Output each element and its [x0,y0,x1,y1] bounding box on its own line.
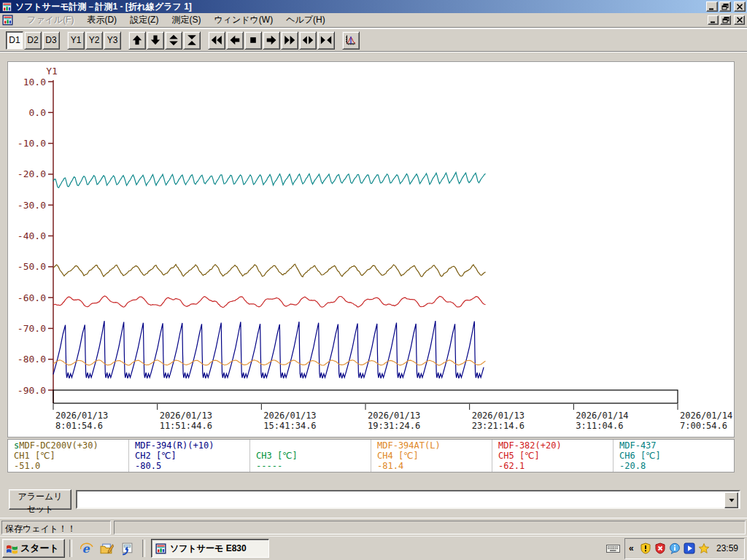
x-tick-time: 7:00:54.6 [680,421,727,431]
taskbar-app-label: ソフトサーモ E830 [170,542,247,555]
collapse-chevron-icon[interactable]: « [629,543,638,553]
star-icon[interactable] [698,542,711,555]
toolbar-scroll-down-button[interactable] [147,31,164,50]
toolbar-step-forward-button[interactable] [263,31,280,50]
status-panel-secondary [114,521,746,534]
channel-value: -20.8 [619,461,734,471]
series-CH2-line [53,321,484,378]
system-tray: «23:59 [606,538,745,559]
double-left-icon [211,34,222,46]
taskbar-clock: 23:59 [713,543,740,553]
play-badge-icon[interactable] [684,542,696,555]
toolbar-y2-button[interactable]: Y2 [85,31,103,50]
toolbar-step-back-button[interactable] [226,31,244,50]
y-tick-label: -90.0 [18,385,46,396]
menu-item-4[interactable]: ウィンドウ(W) [207,12,279,28]
toolbar-y3-button[interactable]: Y3 [104,31,121,50]
toolbar-graph-settings-button[interactable] [342,31,360,50]
security-error-shield-icon[interactable] [654,542,667,555]
arrow-down-icon [150,34,161,46]
channel-legend: sMDF-DC200V(+30)CH1 [℃]-51.0MDF-394(R)(+… [7,439,735,472]
legend-cell-ch3: CH3 [℃]----- [250,440,371,472]
channel-name: sMDF-DC200V(+30) [14,440,128,451]
toolbar-d3-button[interactable]: D3 [42,31,60,50]
restore-button[interactable] [719,1,731,12]
child-minimize-button[interactable] [708,15,719,25]
alarm-combobox[interactable] [76,490,740,509]
channel-label: CH2 [℃] [135,451,249,461]
y-tick-label: -20.0 [18,168,46,179]
channel-name: MDF-437 [619,440,734,451]
tray-panel: «23:59 [624,538,745,559]
toolbar-fast-rewind-button[interactable] [208,31,225,50]
y-axis-title: Y1 [46,66,58,77]
collapse-horizontal-icon [320,34,332,46]
close-button[interactable] [734,1,746,12]
combobox-dropdown-button[interactable] [724,492,738,508]
document-icon[interactable] [2,15,13,26]
x-tick-date: 2026/01/14 [680,411,732,421]
toolbar-button-label: Y1 [71,35,82,45]
quick-launch-internet-explorer-icon[interactable]: e [79,540,95,556]
toolbar-d1-button[interactable]: D1 [6,31,23,50]
channel-label: CH4 [℃] [377,451,492,461]
toolbar-button-label: D2 [27,35,38,45]
toolbar-y1-button[interactable]: Y1 [67,31,85,50]
series-CH5-line [53,296,486,308]
channel-name-text: MDF-394AT(L) [377,440,441,451]
desktop: ソフトサーモ計測－計測1 - [折れ線グラフ 1] ファイル(F)表示(D)設定… [0,0,747,560]
x-tick-date: 2026/01/14 [576,411,628,421]
toolbar-expand-vertical-button[interactable] [165,31,182,50]
alarm-reset-button[interactable]: アラームリセット [9,489,71,510]
menu-item-1[interactable]: 表示(D) [80,12,123,28]
windows-logo-icon [6,543,18,554]
toolbar-stop-button[interactable] [244,31,262,50]
quick-launch-show-desktop-icon[interactable] [99,540,115,556]
toolbar-button-label: D1 [9,35,20,45]
toolbar: D1D2D3Y1Y2Y3 [0,28,747,52]
x-axis-frame [53,390,678,403]
channel-value: ----- [256,461,371,471]
info-balloon-icon[interactable] [669,542,681,555]
toolbar-compress-vertical-button[interactable] [183,31,201,50]
series-CH4-line [53,360,486,365]
series-CH6-line [53,172,486,187]
toolbar-fast-forward-button[interactable] [281,31,298,50]
menu-item-5[interactable]: ヘルプ(H) [279,12,332,28]
toolbar-expand-horizontal-button[interactable] [299,31,317,50]
legend-cell-ch2: MDF-394(R)(+10)CH2 [℃]-80.5 [129,440,250,472]
stop-icon [247,34,259,46]
toolbar-compress-horizontal-button[interactable] [317,31,335,50]
x-tick-date: 2026/01/13 [55,411,108,421]
x-tick-time: 19:31:24.6 [368,421,420,431]
start-button[interactable]: スタート [2,539,65,558]
minimize-button[interactable] [706,1,718,12]
x-tick-date: 2026/01/13 [472,411,525,421]
child-close-button[interactable] [734,15,745,25]
quick-launch-outlook-express-icon[interactable] [120,540,136,556]
y-tick-label: -70.0 [18,323,46,334]
channel-name-text: MDF-DC200V(+30) [19,440,98,451]
channel-value: -51.0 [14,461,128,471]
taskbar: スタート e ソフトサーモ E830 «23:59 [0,536,747,560]
y-tick-label: -60.0 [18,292,46,303]
channel-label: CH3 [℃] [256,451,371,461]
channel-name [256,440,371,451]
menu-bar: ファイル(F)表示(D)設定(Z)測定(S)ウィンドウ(W)ヘルプ(H) [0,13,747,28]
channel-label: CH5 [℃] [498,451,613,461]
menu-item-3[interactable]: 測定(S) [165,12,207,28]
channel-name: MDF-394(R)(+10) [135,440,249,451]
child-restore-button[interactable] [720,15,731,25]
window-controls [706,1,746,12]
keyboard-icon[interactable] [606,543,620,553]
taskbar-app-button[interactable]: ソフトサーモ E830 [151,539,269,558]
channel-value: -81.4 [377,461,492,471]
security-warning-shield-icon[interactable] [640,542,652,555]
menu-item-2[interactable]: 設定(Z) [123,12,165,28]
toolbar-button-label: Y3 [107,35,118,45]
window-title: ソフトサーモ計測－計測1 - [折れ線グラフ 1] [15,1,706,13]
toolbar-d2-button[interactable]: D2 [24,31,42,50]
y-tick-label: -10.0 [18,138,46,149]
toolbar-scroll-up-button[interactable] [128,31,146,50]
menu-item-0: ファイル(F) [20,12,80,28]
